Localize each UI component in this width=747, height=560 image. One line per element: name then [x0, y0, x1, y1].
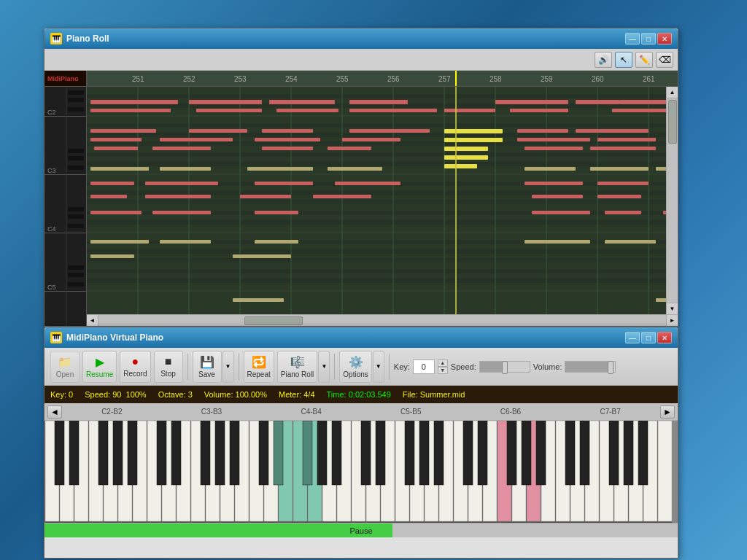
speed-slider[interactable] — [479, 361, 530, 373]
svg-rect-148 — [90, 254, 134, 258]
stop-button[interactable]: ■ Stop — [154, 351, 183, 383]
svg-rect-49 — [87, 141, 666, 146]
svg-rect-56 — [87, 220, 666, 225]
status-key-value: 0 — [69, 390, 73, 399]
svg-rect-98 — [517, 129, 568, 133]
options-dropdown-btn[interactable]: ▼ — [373, 351, 384, 383]
scroll-left-btn[interactable]: ◄ — [87, 315, 98, 327]
scroll-track — [667, 98, 678, 303]
piano-roll-close-btn[interactable]: ✕ — [657, 33, 672, 44]
options-label: Options — [343, 370, 368, 378]
svg-rect-132 — [313, 195, 371, 198]
progress-bar-container[interactable]: Pause — [44, 523, 678, 537]
resume-label: Resume — [86, 370, 113, 378]
svg-rect-59 — [87, 258, 666, 262]
svg-rect-45 — [87, 94, 666, 98]
piano-roll-maximize-btn[interactable]: □ — [641, 33, 656, 44]
svg-rect-109 — [94, 147, 138, 150]
options-icon: ⚙️ — [349, 355, 363, 369]
piano-keys-svg[interactable] — [44, 421, 672, 523]
h-scroll-thumb[interactable] — [244, 316, 303, 325]
octave-left-btn[interactable]: ◄ — [47, 405, 62, 419]
svg-rect-90 — [444, 138, 503, 142]
svg-rect-51 — [87, 162, 666, 166]
save-dropdown-btn[interactable]: ▼ — [222, 351, 234, 383]
svg-rect-128 — [597, 182, 649, 185]
svg-rect-106 — [597, 138, 656, 141]
svg-text:251: 251 — [132, 75, 144, 83]
toolbar-separator-1 — [187, 354, 188, 380]
vp-minimize-btn[interactable]: — — [625, 332, 640, 343]
svg-text:C4: C4 — [47, 225, 56, 233]
toolbar-separator-3 — [334, 354, 335, 380]
v-scrollbar[interactable]: ▲ ▼ — [666, 87, 678, 314]
svg-rect-22 — [87, 71, 678, 87]
piano-roll-titlebar: 🎹 Piano Roll — □ ✕ — [44, 28, 678, 49]
status-time-value: 0:02:03.549 — [349, 390, 391, 399]
open-button[interactable]: 📁 Open — [50, 351, 80, 383]
roll-right: 251 252 253 254 255 256 257 258 259 260 … — [87, 71, 678, 326]
svg-rect-178 — [230, 421, 239, 485]
key-spin-down[interactable]: ▼ — [438, 367, 448, 374]
svg-rect-117 — [160, 167, 211, 171]
octave-nav: ◄ C2-B2 C3-B3 C4-B4 C5-B5 C6-B6 C7-B7 ► — [44, 403, 678, 421]
piano-keyboard[interactable] — [44, 421, 678, 523]
eraser-icon-btn[interactable]: ⌫ — [656, 52, 673, 68]
vp-close-btn[interactable]: ✕ — [657, 332, 672, 343]
status-speed: Speed: 90 100% — [85, 390, 146, 399]
scroll-thumb[interactable] — [668, 100, 677, 144]
svg-rect-78 — [495, 100, 568, 104]
status-volume: Volume: 100.00% — [204, 390, 267, 399]
pause-label: Pause — [349, 526, 372, 535]
scroll-down-btn[interactable]: ▼ — [667, 303, 678, 314]
octave-right-btn[interactable]: ► — [660, 405, 675, 419]
status-time-label: Time: — [327, 390, 347, 399]
svg-rect-97 — [349, 129, 430, 133]
options-button[interactable]: ⚙️ Options — [339, 351, 371, 383]
key-spinner[interactable]: 0 — [413, 359, 435, 374]
volume-slider[interactable] — [565, 361, 616, 373]
notes-area[interactable] — [87, 87, 666, 314]
piano-roll-button[interactable]: 🎼 Piano Roll — [277, 351, 318, 383]
resume-icon: ▶ — [96, 355, 104, 369]
repeat-button[interactable]: 🔁 Repeat — [244, 351, 274, 383]
svg-rect-140 — [605, 211, 641, 214]
svg-rect-120 — [525, 167, 576, 171]
svg-rect-189 — [317, 421, 327, 485]
status-file-label: File: — [403, 390, 418, 399]
pencil-icon-btn[interactable]: ✏️ — [635, 52, 653, 68]
octave-label-3: C5-B5 — [400, 408, 421, 416]
scroll-right-btn[interactable]: ► — [666, 315, 678, 327]
status-octave: Octave: 3 — [158, 390, 193, 399]
save-button[interactable]: 💾 Save — [193, 351, 222, 383]
piano-roll-minimize-btn[interactable]: — — [625, 33, 640, 44]
svg-rect-20 — [68, 273, 84, 277]
svg-rect-213 — [522, 421, 531, 485]
svg-text:259: 259 — [541, 75, 553, 83]
svg-rect-144 — [255, 240, 298, 244]
svg-rect-143 — [160, 240, 211, 244]
speaker-icon-btn[interactable]: 🔊 — [595, 52, 612, 68]
piano-roll-window-icon: 🎹 — [50, 33, 62, 44]
svg-rect-142 — [90, 240, 149, 244]
virtual-piano-window: 🎹 MidiPiano Virtual Piano — □ ✕ 📁 Open ▶… — [44, 327, 678, 559]
scroll-up-btn[interactable]: ▲ — [667, 87, 678, 98]
save-label: Save — [198, 370, 215, 378]
key-spin-up[interactable]: ▲ — [438, 359, 448, 367]
status-key-label: Key: — [50, 390, 66, 399]
svg-rect-36 — [455, 71, 457, 87]
record-button[interactable]: ● Record — [120, 351, 150, 383]
piano-roll-dropdown-btn[interactable]: ▼ — [318, 351, 330, 383]
svg-rect-105 — [517, 138, 590, 141]
svg-rect-79 — [576, 100, 619, 104]
mini-piano-keys: MidiPiano C2 C3 C4 C5 — [44, 71, 87, 326]
svg-rect-186 — [259, 421, 268, 485]
svg-text:C3: C3 — [47, 167, 56, 174]
key-control: Key: 0 ▲ ▼ — [394, 359, 448, 374]
h-scrollbar[interactable]: ◄ ► — [87, 314, 678, 326]
svg-rect-137 — [152, 211, 211, 214]
octave-label-0: C2-B2 — [101, 408, 122, 416]
resume-button[interactable]: ▶ Resume — [82, 351, 117, 383]
vp-maximize-btn[interactable]: □ — [641, 332, 656, 343]
cursor-icon-btn[interactable]: ↖ — [615, 52, 632, 68]
